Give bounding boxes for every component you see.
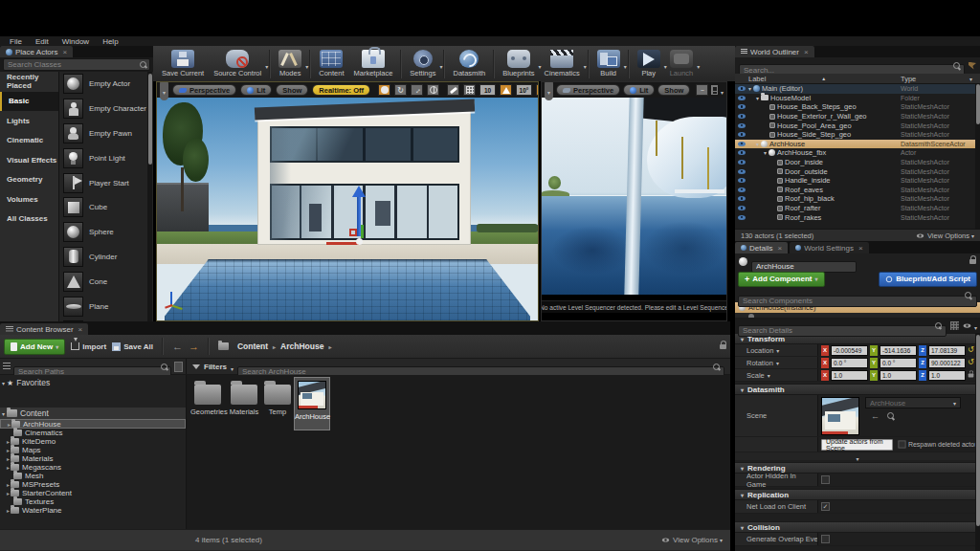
expander-icon[interactable]: [7, 480, 10, 489]
chevron-down-icon[interactable]: [768, 371, 770, 380]
outliner-row[interactable]: House_Pool_Area_geoStaticMeshActor: [735, 121, 980, 130]
viewport-options-icon[interactable]: [160, 81, 168, 100]
list-item[interactable]: Point Light: [59, 145, 153, 170]
category-geometry[interactable]: Geometry: [0, 170, 58, 190]
list-item[interactable]: Sphere: [59, 220, 153, 245]
category-lights[interactable]: Lights: [0, 111, 58, 131]
outliner-row[interactable]: Main (Editor)World: [735, 84, 980, 94]
tree-item-waterplane[interactable]: WaterPlane: [0, 506, 186, 515]
rotate-tool-button[interactable]: [394, 84, 407, 96]
display-filter-icon[interactable]: [949, 320, 960, 331]
tree-item-materials[interactable]: Materials: [0, 454, 186, 463]
expander-icon[interactable]: [7, 454, 10, 463]
outliner-row[interactable]: House_Side_Step_geoStaticMeshActor: [735, 130, 980, 140]
list-item[interactable]: Cone: [59, 269, 153, 294]
visibility-eye-icon[interactable]: [738, 187, 746, 192]
settings-button[interactable]: Settings: [405, 48, 440, 79]
section-datasmith[interactable]: Datasmith: [747, 386, 785, 394]
visibility-eye-icon[interactable]: [738, 215, 746, 220]
search-classes-input[interactable]: [3, 58, 150, 71]
list-item[interactable]: Cube: [59, 195, 153, 220]
blueprints-button[interactable]: Blueprints: [498, 48, 539, 79]
translate-tool-button[interactable]: [378, 84, 390, 96]
visibility-eye-icon[interactable]: [738, 86, 746, 91]
blueprint-add-script-button[interactable]: Blueprint/Add Script: [879, 272, 977, 287]
cinematics-button[interactable]: Cinematics: [540, 48, 585, 79]
chevron-down-icon[interactable]: [231, 358, 234, 375]
content-view-options[interactable]: View Options: [673, 536, 718, 544]
expander-icon[interactable]: [748, 84, 751, 93]
save-all-button[interactable]: Save All: [112, 342, 153, 351]
column-type[interactable]: Type: [901, 75, 916, 83]
visibility-eye-icon[interactable]: [738, 123, 746, 128]
category-basic[interactable]: Basic: [0, 92, 58, 112]
outliner-view-options[interactable]: View Options: [927, 231, 969, 240]
location-z-field[interactable]: 17.08139: [928, 345, 966, 356]
view-mode-button[interactable]: Lit: [623, 84, 655, 96]
favorites-header[interactable]: Favorites: [0, 377, 186, 387]
visibility-eye-icon[interactable]: [738, 160, 746, 165]
category-cinematic[interactable]: Cinematic: [0, 131, 58, 151]
menu-edit[interactable]: Edit: [35, 37, 49, 46]
visibility-eye-icon[interactable]: [738, 104, 746, 109]
search-details-input[interactable]: [738, 325, 947, 337]
asset-grid[interactable]: Geometries Materials Temp ArchHouse: [187, 375, 730, 529]
reset-to-default-icon[interactable]: ↺: [968, 346, 974, 354]
tree-item-mspresets[interactable]: MSPresets: [0, 480, 186, 489]
list-item[interactable]: Empty Pawn: [59, 121, 153, 146]
close-icon[interactable]: [857, 244, 863, 253]
chevron-down-icon[interactable]: [305, 55, 308, 73]
breadcrumb-content[interactable]: Content: [237, 342, 268, 351]
menu-file[interactable]: File: [10, 37, 22, 46]
viewport-main[interactable]: Perspective Lit Show Realtime: Off 10 10…: [156, 81, 539, 321]
eye-icon[interactable]: [964, 323, 971, 327]
actor-name-field[interactable]: [751, 261, 857, 273]
expander-icon[interactable]: [7, 446, 10, 454]
camera-mode-button[interactable]: Perspective: [172, 84, 236, 96]
browse-to-asset-icon[interactable]: [887, 412, 895, 420]
scrollbar[interactable]: [147, 72, 152, 321]
visibility-eye-icon[interactable]: [738, 178, 746, 183]
source-control-button[interactable]: Source Control: [209, 48, 266, 79]
scrollbar[interactable]: [975, 333, 980, 551]
menu-help[interactable]: Help: [102, 37, 118, 46]
category-visual-effects[interactable]: Visual Effects: [0, 150, 58, 170]
pin-search-icon[interactable]: [969, 62, 976, 70]
rotation-snap-button[interactable]: [500, 84, 512, 96]
chevron-down-icon[interactable]: [624, 55, 627, 73]
chevron-down-icon[interactable]: [697, 55, 700, 73]
respawn-deleted-checkbox[interactable]: [898, 440, 905, 448]
list-item[interactable]: Empty Actor: [59, 72, 153, 97]
tab-world-settings[interactable]: World Settings: [790, 242, 869, 253]
visibility-eye-icon[interactable]: [738, 150, 746, 155]
chevron-down-icon[interactable]: [584, 55, 587, 73]
scale-y-field[interactable]: 1.0: [880, 370, 917, 381]
outliner-row[interactable]: House_Back_Steps_geoStaticMeshActor: [735, 102, 980, 112]
column-label[interactable]: Label: [748, 75, 766, 83]
chevron-down-icon[interactable]: [721, 81, 724, 99]
play-button[interactable]: Play: [633, 48, 665, 79]
close-icon[interactable]: [60, 48, 67, 56]
outliner-row[interactable]: Roof_eavesStaticMeshActor: [735, 186, 980, 195]
minimize-viewport-button[interactable]: −: [696, 84, 708, 96]
outliner-row[interactable]: Handle_insideStaticMeshActor: [735, 176, 980, 186]
close-icon[interactable]: [775, 244, 782, 253]
build-button[interactable]: Build: [592, 48, 625, 79]
property-label[interactable]: Scale: [746, 371, 765, 380]
forward-button[interactable]: →: [189, 342, 199, 351]
filter-caret-icon[interactable]: [969, 75, 972, 83]
realtime-button[interactable]: Realtime: Off: [312, 84, 370, 96]
visibility-eye-icon[interactable]: [738, 206, 746, 210]
camera-mode-button[interactable]: Perspective: [556, 84, 620, 96]
property-label[interactable]: Rotation: [746, 359, 773, 367]
rotation-z-field[interactable]: 90.000122: [928, 358, 966, 368]
chevron-down-icon[interactable]: [971, 231, 974, 240]
scene-asset-dropdown[interactable]: ArchHouse: [865, 397, 961, 408]
tree-item-maps[interactable]: Maps: [0, 446, 186, 454]
content-root-row[interactable]: Content: [0, 408, 186, 419]
expand-advanced-button[interactable]: [735, 452, 980, 460]
close-icon[interactable]: [77, 325, 83, 334]
visibility-eye-icon[interactable]: [738, 114, 746, 119]
show-button[interactable]: Show: [657, 84, 690, 96]
breadcrumb-separator-icon[interactable]: [273, 342, 276, 351]
